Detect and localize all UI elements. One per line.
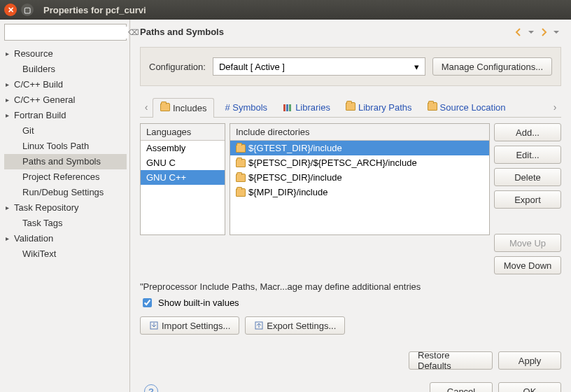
sidebar-item-label: Project References (22, 170, 100, 184)
folder-icon (160, 103, 170, 113)
help-icon[interactable]: ? (144, 384, 158, 392)
tab-label: Library Paths (358, 102, 412, 113)
sidebar-item[interactable]: Linux Tools Path (4, 139, 127, 154)
tab-scroll-right[interactable]: › (549, 102, 561, 113)
nav-fwd-icon[interactable] (536, 27, 549, 37)
tab[interactable]: Source Location (420, 97, 514, 117)
language-item[interactable]: Assembly (141, 141, 225, 155)
configuration-value: Default [ Active ] (219, 62, 285, 72)
sidebar-item-label: Run/Debug Settings (22, 186, 104, 200)
window-close-button[interactable]: ✕ (4, 4, 17, 16)
folder-icon (236, 174, 246, 182)
show-builtin-checkbox[interactable] (143, 298, 152, 307)
main-panel: Paths and Symbols Configuration: Default… (130, 20, 571, 392)
import-settings-button[interactable]: Import Settings... (140, 316, 239, 335)
chevron-down-icon: ▾ (414, 62, 419, 72)
sidebar-item-label: Git (22, 124, 34, 138)
tab-label: Source Location (440, 102, 506, 113)
tab-scroll-left[interactable]: ‹ (140, 102, 153, 113)
include-path: ${GTEST_DIR}/include (248, 143, 342, 153)
includes-list: Include directories ${GTEST_DIR}/include… (230, 123, 490, 235)
nav-fwd-menu-icon[interactable] (549, 27, 561, 37)
sidebar-item[interactable]: Project References (4, 169, 127, 185)
sidebar-item-label: C/C++ General (14, 93, 75, 107)
languages-header: Languages (141, 124, 225, 141)
tab-label: Includes (173, 103, 206, 113)
include-item[interactable]: ${PETSC_DIR}/${PETSC_ARCH}/include (230, 155, 489, 170)
languages-list: Languages AssemblyGNU CGNU C++ (140, 123, 225, 235)
manage-configurations-button[interactable]: Manage Configurations... (432, 57, 552, 76)
sidebar-item-label: Fortran Build (14, 108, 66, 122)
sidebar-item[interactable]: ▸Resource (4, 46, 127, 62)
sidebar-item-label: Resource (14, 47, 53, 61)
sidebar-filter[interactable]: ⌫ (4, 24, 127, 41)
sidebar-item[interactable]: Task Tags (4, 216, 127, 231)
window-minimize-button[interactable]: ▢ (21, 4, 34, 16)
edit-button[interactable]: Edit... (494, 146, 561, 164)
language-item[interactable]: GNU C++ (141, 170, 225, 185)
sidebar: ⌫ ▸ResourceBuilders▸C/C++ Build▸C/C++ Ge… (0, 20, 130, 392)
tab[interactable]: Library Paths (338, 97, 420, 117)
export-button[interactable]: Export (494, 190, 561, 209)
sidebar-filter-input[interactable] (8, 27, 128, 38)
action-column: Add... Edit... Delete Export Move Up Mov… (494, 123, 561, 274)
sidebar-item-label: Validation (14, 232, 53, 246)
configuration-label: Configuration: (149, 62, 206, 72)
nav-back-icon[interactable] (511, 27, 523, 37)
sidebar-item-label: C/C++ Build (14, 78, 63, 92)
tree-arrow-icon: ▸ (6, 201, 14, 215)
sidebar-item[interactable]: ▸Validation (4, 231, 127, 246)
add-button[interactable]: Add... (494, 123, 561, 141)
include-item[interactable]: ${GTEST_DIR}/include (230, 141, 489, 155)
export-settings-button[interactable]: Export Settings... (245, 316, 345, 335)
sidebar-item[interactable]: ▸C/C++ Build (4, 77, 127, 92)
window-title: Properties for pcf_curvi (43, 5, 146, 15)
folder-icon (236, 159, 246, 167)
nav-back-menu-icon[interactable] (523, 27, 536, 37)
configuration-select[interactable]: Default [ Active ] ▾ (213, 57, 425, 76)
svg-rect-1 (286, 104, 288, 111)
move-down-button[interactable]: Move Down (494, 256, 561, 274)
sidebar-item[interactable]: Builders (4, 62, 127, 77)
sidebar-item-label: Linux Tools Path (22, 139, 89, 153)
folder-icon (428, 102, 437, 113)
restore-defaults-button[interactable]: Restore Defaults (409, 351, 493, 370)
cancel-button[interactable]: Cancel (430, 382, 493, 392)
tree-arrow-icon: ▸ (6, 108, 14, 122)
sidebar-item[interactable]: WikiText (4, 246, 127, 262)
include-path: ${PETSC_DIR}/${PETSC_ARCH}/include (248, 158, 417, 168)
sidebar-item[interactable]: Paths and Symbols (4, 154, 127, 169)
sidebar-item-label: Paths and Symbols (22, 155, 101, 169)
tree-arrow-icon: ▸ (6, 232, 14, 246)
include-path: ${MPI_DIR}/include (248, 187, 327, 197)
sidebar-tree: ▸ResourceBuilders▸C/C++ Build▸C/C++ Gene… (4, 46, 127, 262)
sidebar-item-label: Task Tags (22, 216, 63, 230)
page-title: Paths and Symbols (140, 27, 511, 37)
tab[interactable]: # Symbols (214, 97, 275, 117)
sidebar-item[interactable]: Run/Debug Settings (4, 185, 127, 200)
tabstrip: ‹ Includes# SymbolsLibrariesLibrary Path… (140, 97, 561, 118)
sidebar-item[interactable]: ▸Task Repository (4, 200, 127, 216)
sidebar-item[interactable]: Git (4, 123, 127, 139)
sidebar-item-label: Task Repository (14, 201, 78, 215)
folder-icon (236, 144, 246, 153)
tree-arrow-icon: ▸ (6, 47, 14, 61)
sidebar-item-label: Builders (22, 62, 55, 76)
preprocessor-note: "Preprocessor Include Paths, Macr...age … (140, 281, 561, 292)
language-item[interactable]: GNU C (141, 155, 225, 170)
tree-arrow-icon: ▸ (6, 93, 14, 107)
show-builtin-label: Show built-in values (158, 298, 239, 308)
folder-icon (346, 102, 355, 113)
sidebar-item[interactable]: ▸C/C++ General (4, 92, 127, 108)
move-up-button[interactable]: Move Up (494, 234, 561, 252)
include-item[interactable]: ${PETSC_DIR}/include (230, 170, 489, 185)
apply-button[interactable]: Apply (498, 351, 561, 370)
ok-button[interactable]: OK (498, 382, 561, 392)
tab[interactable]: Includes (153, 98, 214, 118)
sidebar-item-label: WikiText (22, 247, 56, 261)
delete-button[interactable]: Delete (494, 168, 561, 186)
sidebar-item[interactable]: ▸Fortran Build (4, 108, 127, 123)
tab[interactable]: Libraries (275, 97, 338, 117)
tab-label: # Symbols (225, 102, 267, 113)
include-item[interactable]: ${MPI_DIR}/include (230, 185, 489, 200)
